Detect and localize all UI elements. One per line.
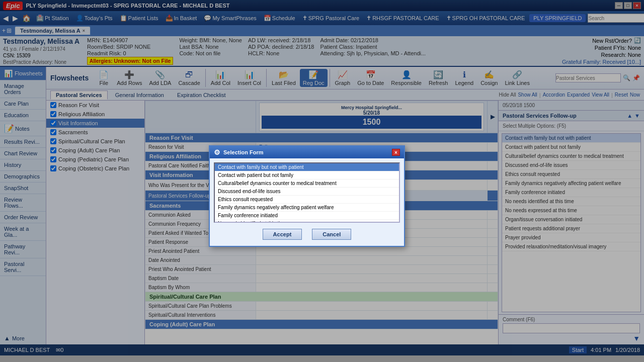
modal-item-7[interactable]: No needs identified at this time — [215, 220, 399, 223]
modal-buttons-area: Accept Cancel — [214, 227, 400, 242]
modal-item-4[interactable]: Ethics consult requested — [215, 196, 399, 204]
modal-item-6[interactable]: Family conference initiated — [215, 212, 399, 220]
modal-overlay: ⚙ Selection Form × Contact with family b… — [0, 0, 644, 362]
modal-item-1[interactable]: Contact with patient but not family — [215, 171, 399, 179]
modal-title-bar: ⚙ Selection Form × — [210, 146, 404, 158]
selection-form-modal: ⚙ Selection Form × Contact with family b… — [209, 145, 405, 247]
modal-item-5[interactable]: Family dynamics negatively affecting pat… — [215, 204, 399, 212]
modal-item-2[interactable]: Cultural/belief dynamics counter to medi… — [215, 179, 399, 188]
modal-accept-button[interactable]: Accept — [263, 229, 302, 240]
modal-close-button[interactable]: × — [392, 149, 400, 156]
modal-title-text: Selection Form — [223, 149, 263, 155]
modal-settings-icon: ⚙ — [214, 148, 220, 156]
modal-list: Contact with family but not with patient… — [214, 162, 400, 223]
modal-cancel-button[interactable]: Cancel — [312, 229, 351, 240]
modal-body: Contact with family but not with patient… — [210, 158, 404, 246]
modal-item-0[interactable]: Contact with family but not with patient — [215, 163, 399, 171]
modal-item-3[interactable]: Discussed end-of-life issues — [215, 188, 399, 196]
